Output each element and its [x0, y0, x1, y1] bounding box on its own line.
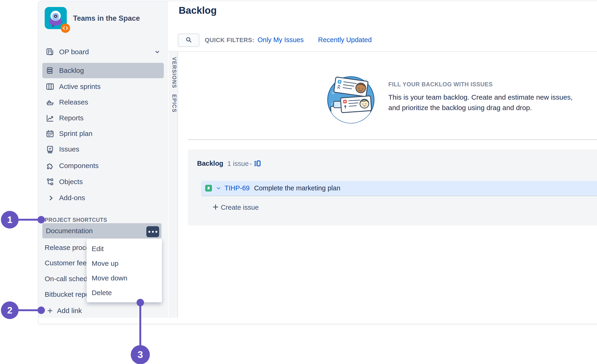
annotation-2-dot — [38, 307, 45, 314]
plus-icon — [212, 203, 219, 212]
filter-recently-updated[interactable]: Recently Updated — [318, 36, 372, 44]
shortcut-documentation-label[interactable]: Documentation — [46, 223, 93, 238]
empty-state-body-line2: and prioritize the backlog using drag an… — [388, 104, 532, 112]
header-divider — [168, 51, 597, 52]
quick-filters-label: QUICK FILTERS: — [205, 37, 254, 44]
sidebar-item-releases[interactable]: Releases — [59, 95, 88, 110]
code-badge-icon — [61, 24, 70, 33]
project-shortcuts-header: PROJECT SHORTCUTS — [45, 217, 107, 223]
shortcut-context-menu: Edit Move up Move down Delete — [86, 239, 162, 302]
issue-chevron-down-icon[interactable] — [215, 186, 222, 192]
board-stack-icon — [46, 47, 55, 56]
issue-key-link[interactable]: TIHP-69 — [225, 181, 250, 196]
issues-icon — [46, 145, 55, 154]
meatball-dot — [149, 231, 150, 233]
sidebar-item-active-sprints[interactable]: Active sprints — [59, 79, 101, 94]
menu-item-delete[interactable]: Delete — [86, 285, 162, 300]
backlog-empty-illustration — [326, 75, 376, 126]
sidebar-item-add-ons[interactable]: Add-ons — [59, 190, 85, 206]
annotation-2-line — [18, 309, 38, 311]
empty-state-body-line1: This is your team backlog. Create and es… — [388, 93, 573, 101]
issue-summary[interactable]: Complete the marketing plan — [254, 181, 340, 196]
tab-versions[interactable]: VERSIONS — [170, 57, 177, 88]
shortcut-customer-feedback[interactable]: Customer fee — [45, 255, 86, 271]
add-link-button[interactable]: Add link — [57, 303, 82, 318]
plus-icon — [47, 307, 54, 315]
releases-ship-icon — [46, 98, 55, 107]
create-issue-button[interactable]: Create issue — [221, 203, 259, 211]
menu-item-move-up[interactable]: Move up — [86, 256, 162, 271]
annotation-3-badge: 3 — [131, 345, 150, 364]
sidebar-item-issues[interactable]: Issues — [59, 142, 79, 157]
board-columns-icon[interactable] — [254, 160, 261, 168]
sidebar-item-sprint-plan[interactable]: Sprint plan — [59, 126, 92, 141]
filter-only-my-issues[interactable]: Only My Issues — [258, 36, 304, 44]
project-title: Teams in the Space — [73, 14, 140, 23]
project-avatar[interactable] — [45, 7, 67, 29]
sidebar-item-backlog[interactable]: Backlog — [59, 63, 84, 78]
screenshot-root: Teams in the Space OP board — [0, 0, 597, 364]
meatball-dot — [155, 231, 157, 233]
components-puzzle-icon — [46, 161, 55, 170]
sidebar-item-components[interactable]: Components — [59, 158, 99, 173]
sidebar-item-objects[interactable]: Objects — [59, 174, 83, 190]
sprint-plan-calendar-icon — [46, 129, 55, 138]
search-icon — [185, 36, 192, 44]
shortcut-release-process[interactable]: Release proce — [45, 240, 90, 255]
annotation-2-badge: 2 — [1, 301, 19, 319]
backlog-section-panel: Backlog 1 issue - — [188, 150, 597, 226]
active-sprints-icon — [46, 82, 55, 91]
backlog-icon — [46, 66, 55, 75]
add-ons-chevron-right-icon — [47, 194, 55, 203]
objects-tree-icon — [46, 178, 55, 186]
search-input[interactable] — [178, 33, 199, 47]
tab-epics[interactable]: EPICS — [170, 94, 177, 113]
menu-item-move-down[interactable]: Move down — [86, 271, 162, 285]
side-panels-strip — [169, 52, 178, 318]
content-divider — [188, 139, 597, 140]
annotation-3-line — [139, 303, 141, 346]
reports-chart-icon — [46, 114, 55, 123]
shortcut-more-actions-button[interactable] — [146, 226, 159, 237]
sidebar-item-reports[interactable]: Reports — [59, 110, 84, 126]
story-type-icon — [205, 185, 212, 191]
shortcut-bitbucket-repo[interactable]: Bitbucket repo — [45, 287, 89, 302]
chevron-down-icon[interactable] — [154, 49, 161, 56]
empty-state-heading: FILL YOUR BACKLOG WITH ISSUES — [388, 81, 493, 88]
annotation-1-line — [18, 219, 38, 221]
annotation-1-badge: 1 — [1, 211, 19, 229]
backlog-count-dash: - — [250, 160, 252, 167]
board-selector[interactable]: OP board — [59, 48, 89, 56]
backlog-issue-row[interactable]: TIHP-69 Complete the marketing plan — [202, 181, 597, 196]
backlog-issue-count: 1 issue — [227, 160, 249, 167]
page-title: Backlog — [179, 5, 217, 16]
menu-item-edit[interactable]: Edit — [86, 241, 162, 256]
app-window: Teams in the Space OP board — [38, 1, 597, 324]
meatball-dot — [152, 231, 154, 233]
shortcut-on-call-schedule[interactable]: On-call sched — [45, 271, 87, 286]
annotation-1-dot — [38, 216, 45, 223]
backlog-section-title: Backlog — [197, 160, 223, 167]
